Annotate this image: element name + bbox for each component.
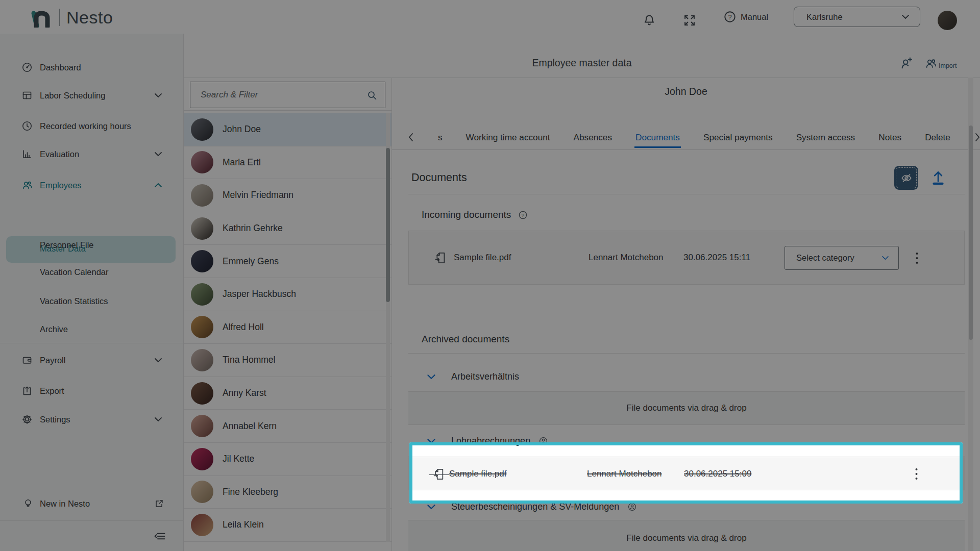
dropzone-steuerbescheinigungen[interactable]: File documents via drag & drop [408,520,965,551]
sidebar-item-label: Dashboard [40,63,81,72]
brand-name: Nesto [66,8,113,28]
gear-icon [21,414,33,425]
employee-name: Alfred Holl [223,322,264,333]
sidebar-item-employees[interactable]: Employees [0,174,184,196]
employee-list-item[interactable]: Marla Ertl [184,146,391,180]
sidebar-divider [0,520,184,521]
employee-list-item[interactable]: Leila Klein [184,509,391,542]
employee-avatar [191,316,213,338]
employee-list-item[interactable]: Anny Karst [184,377,391,410]
pdf-file-icon [432,467,446,481]
category-label: Lohnabrechnungen [451,436,530,446]
sidebar-item-vacation-calendar[interactable]: Vacation Calendar [0,262,184,282]
sidebar-item-label: Recorded working hours [40,121,131,131]
location-dropdown[interactable]: Karlsruhe [794,7,920,27]
svg-text:?: ? [728,13,731,21]
search-input[interactable] [190,82,385,108]
tabs-scroll-left-icon[interactable] [407,133,414,142]
sidebar-item-dashboard[interactable]: Dashboard [0,56,184,79]
tab-special-payments[interactable]: Special payments [703,132,773,143]
eye-slash-icon [900,172,913,184]
main-scrollbar-thumb[interactable] [969,126,973,340]
toggle-hidden-documents-button[interactable] [894,166,918,190]
accordion-steuerbescheinigungen[interactable]: Steuerbescheinigungen & SV-Meldungen [427,499,637,514]
employee-name: Fine Kleeberg [223,487,278,497]
accordion-lohnabrechnungen[interactable]: Lohnabrechnungen [427,434,548,448]
employee-name: Melvin Friedmann [223,190,293,201]
chevron-down-icon [427,438,436,444]
tab-system-access[interactable]: System access [796,132,855,143]
pdf-file-icon [433,251,447,265]
tab-notes[interactable]: Notes [878,132,901,143]
sidebar-item-labor-scheduling[interactable]: Labor Scheduling [0,84,184,107]
external-link-icon [154,498,164,509]
tab-delete[interactable]: Delete [925,132,950,143]
tabs-scroll-right-icon[interactable] [974,133,980,142]
employee-list-item[interactable]: Emmely Gens [184,245,391,278]
employee-list-item[interactable]: Melvin Friedmann [184,179,391,212]
sidebar-item-personnel-file[interactable]: Personnel File [0,235,184,255]
chevron-down-icon [881,256,889,260]
labor-scheduling-icon [21,90,33,101]
select-category-dropdown[interactable]: Select category [785,246,899,270]
lightbulb-icon [22,498,34,509]
add-employee-button[interactable] [899,56,913,70]
employee-list-scrollbar-thumb[interactable] [386,148,390,302]
nesto-logo-mark-icon [30,7,53,28]
employee-list-item[interactable]: Annabel Kern [184,410,391,443]
sidebar-item-archive[interactable]: Archive [0,319,184,339]
import-label: Import [939,62,957,70]
row-menu-kebab-icon[interactable] [910,246,924,270]
tab-truncated[interactable]: s [438,132,443,143]
tab-working-time-account[interactable]: Working time account [466,132,550,143]
sidebar-item-label: New in Nesto [40,499,90,509]
employee-name: Jil Kette [223,454,254,464]
employee-name: Jasper Hackbusch [223,289,296,299]
tabs-divider [392,149,980,150]
import-employees-button[interactable]: Import [924,57,957,70]
sidebar-item-vacation-statistics[interactable]: Vacation Statistics [0,291,184,311]
document-file-name[interactable]: Sample file.pdf [454,253,511,263]
employee-list-item[interactable]: Kathrin Gehrke [184,212,391,245]
search-icon[interactable] [366,90,378,101]
dropzone-arbeitsverhaeltnis[interactable]: File documents via drag & drop [408,391,965,425]
collapse-sidebar-icon[interactable] [153,530,166,543]
employee-list-item[interactable]: Alfred Holl [184,311,391,344]
sidebar-item-recorded-working-hours[interactable]: Recorded working hours [0,115,184,137]
upload-document-icon[interactable] [929,168,947,187]
location-value: Karlsruhe [806,12,901,22]
sidebar-item-payroll[interactable]: Payroll [0,349,184,371]
sidebar-item-label: Evaluation [40,149,79,159]
employee-list-item[interactable]: Fine Kleeberg [184,476,391,509]
employee-avatar [191,349,213,371]
row-menu-kebab-icon[interactable] [909,462,923,486]
fullscreen-icon[interactable] [682,13,697,28]
export-icon [21,385,33,396]
sidebar-item-new-in-nesto[interactable]: New in Nesto [0,492,184,515]
help-icon[interactable]: ? [518,210,528,220]
accordion-arbeitsverhaeltnis[interactable]: Arbeitsverhältnis [427,369,519,384]
dropzone-label: File documents via drag & drop [626,533,746,543]
manual-help-button[interactable]: ? Manual [723,10,768,23]
employee-list-item[interactable]: Tina Hommel [184,344,391,377]
employee-list-item[interactable]: Jasper Hackbusch [184,278,391,311]
employee-list: John Doe Marla Ertl Melvin Friedmann Kat… [184,113,391,542]
sidebar-item-export[interactable]: Export [0,380,184,402]
notifications-bell-icon[interactable] [642,13,656,28]
people-icon [21,180,33,191]
employee-name: Leila Klein [223,519,264,530]
tab-documents[interactable]: Documents [635,132,680,143]
sidebar-item-label: Archive [40,324,68,334]
employee-list-item[interactable]: Jil Kette [184,443,391,476]
sidebar-item-settings[interactable]: Settings [0,408,184,431]
sidebar-item-evaluation[interactable]: Evaluation [0,143,184,165]
user-avatar[interactable] [938,11,957,30]
restricted-person-circle-icon [627,502,637,512]
incoming-documents-header: Incoming documents ? [422,209,528,220]
tab-absences[interactable]: Absences [574,132,612,143]
employee-list-item[interactable]: John Doe [184,113,391,146]
panel-divider [184,110,391,111]
archived-document-row[interactable]: Sample file.pdf Lennart Motchebon 30.06.… [408,457,965,490]
document-file-name[interactable]: Sample file.pdf [449,469,506,479]
wallet-icon [21,355,33,366]
